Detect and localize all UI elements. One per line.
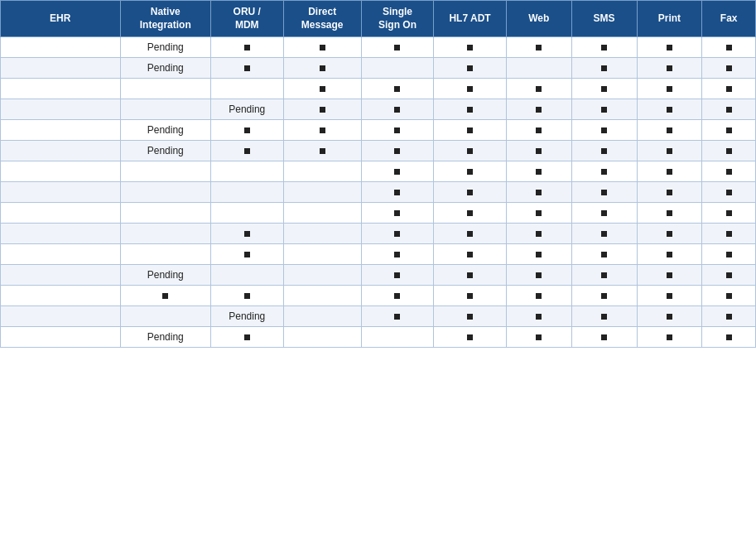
checkmark-dot — [601, 334, 607, 340]
checkmark-dot — [467, 45, 473, 51]
checkmark-dot — [667, 45, 672, 51]
checkmark-dot — [726, 127, 732, 133]
checkmark-dot — [467, 169, 473, 175]
cell-oru: Pending — [210, 306, 283, 327]
checkmark-dot — [726, 314, 732, 320]
cell-web — [506, 286, 571, 306]
cell-ehr — [1, 58, 121, 79]
checkmark-dot — [536, 252, 542, 257]
cell-sso — [361, 161, 434, 182]
cell-direct — [283, 161, 361, 182]
checkmark-dot — [667, 127, 672, 133]
checkmark-dot — [394, 45, 400, 51]
checkmark-dot — [667, 314, 672, 320]
checkmark-dot — [601, 190, 607, 195]
checkmark-dot — [667, 272, 672, 278]
checkmark-dot — [394, 231, 400, 237]
column-header-sms: SMS — [571, 1, 637, 37]
pending-label: Pending — [147, 269, 184, 281]
cell-hl7 — [434, 37, 507, 58]
cell-direct — [283, 327, 361, 348]
cell-oru — [210, 182, 283, 203]
table-row: Pending — [1, 58, 756, 79]
cell-fax — [702, 99, 756, 120]
checkmark-dot — [726, 334, 732, 340]
checkmark-dot — [394, 127, 400, 133]
table-row: Pending — [1, 37, 756, 58]
cell-print — [637, 203, 702, 224]
pending-label: Pending — [147, 41, 184, 53]
cell-sms — [571, 120, 637, 141]
checkmark-dot — [320, 127, 325, 133]
cell-ehr — [1, 306, 121, 327]
column-header-ehr: EHR — [1, 1, 121, 37]
cell-fax — [702, 224, 756, 244]
checkmark-dot — [467, 127, 473, 133]
cell-sms — [571, 224, 637, 244]
checkmark-dot — [667, 190, 672, 195]
cell-sso — [361, 244, 434, 265]
checkmark-dot — [667, 293, 672, 299]
cell-web — [506, 265, 571, 286]
checkmark-dot — [394, 169, 400, 175]
cell-sms — [571, 182, 637, 203]
checkmark-dot — [601, 293, 607, 299]
cell-sso — [361, 120, 434, 141]
checkmark-dot — [394, 272, 400, 278]
cell-sms — [571, 286, 637, 306]
cell-print — [637, 141, 702, 161]
cell-sms — [571, 58, 637, 79]
cell-direct — [283, 265, 361, 286]
cell-ehr — [1, 224, 121, 244]
cell-print — [637, 224, 702, 244]
checkmark-dot — [726, 252, 732, 257]
checkmark-dot — [536, 190, 542, 195]
checkmark-dot — [536, 231, 542, 237]
cell-sms — [571, 327, 637, 348]
checkmark-dot — [601, 86, 607, 92]
cell-web — [506, 58, 571, 79]
checkmark-dot — [667, 231, 672, 237]
checkmark-dot — [536, 334, 542, 340]
cell-oru: Pending — [210, 99, 283, 120]
table-row: Pending — [1, 141, 756, 161]
checkmark-dot — [394, 210, 400, 216]
cell-direct — [283, 99, 361, 120]
table-row: Pending — [1, 327, 756, 348]
pending-label: Pending — [147, 145, 184, 156]
cell-print — [637, 306, 702, 327]
checkmark-dot — [320, 65, 325, 71]
checkmark-dot — [467, 86, 473, 92]
checkmark-dot — [726, 65, 732, 71]
checkmark-dot — [244, 148, 250, 154]
cell-fax — [702, 265, 756, 286]
cell-fax — [702, 244, 756, 265]
cell-print — [637, 327, 702, 348]
cell-hl7 — [434, 58, 507, 79]
table-row — [1, 244, 756, 265]
checkmark-dot — [667, 107, 672, 113]
checkmark-dot — [536, 293, 542, 299]
cell-ehr — [1, 120, 121, 141]
cell-ehr — [1, 79, 121, 99]
cell-hl7 — [434, 120, 507, 141]
checkmark-dot — [244, 45, 250, 51]
cell-oru — [210, 120, 283, 141]
cell-sso — [361, 286, 434, 306]
checkmark-dot — [320, 45, 325, 51]
cell-direct — [283, 286, 361, 306]
checkmark-dot — [394, 86, 400, 92]
checkmark-dot — [536, 107, 542, 113]
checkmark-dot — [667, 169, 672, 175]
cell-direct — [283, 224, 361, 244]
cell-fax — [702, 161, 756, 182]
cell-hl7 — [434, 265, 507, 286]
cell-native: Pending — [120, 327, 210, 348]
cell-native — [120, 306, 210, 327]
cell-fax — [702, 79, 756, 99]
cell-print — [637, 79, 702, 99]
cell-print — [637, 120, 702, 141]
cell-native: Pending — [120, 265, 210, 286]
checkmark-dot — [244, 65, 250, 71]
cell-direct — [283, 141, 361, 161]
